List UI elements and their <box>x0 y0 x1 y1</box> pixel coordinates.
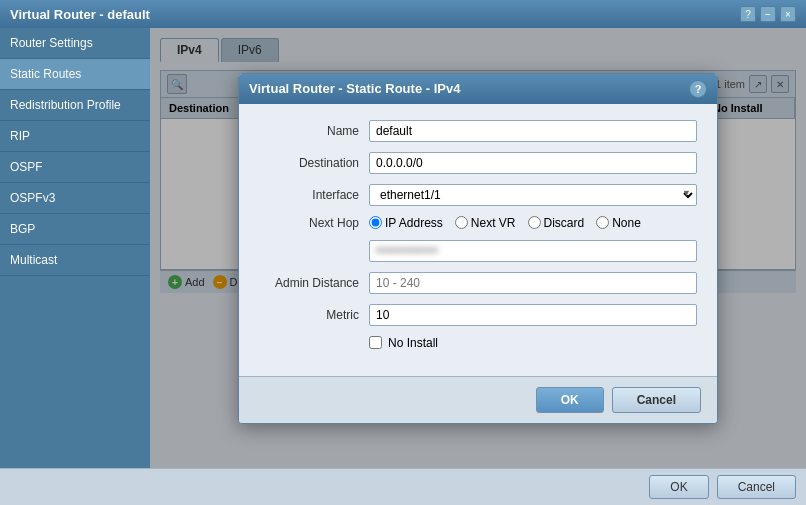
bottom-bar: OK Cancel <box>0 468 806 505</box>
sidebar-item-router-settings[interactable]: Router Settings <box>0 28 150 59</box>
content-area: Router Settings Static Routes Redistribu… <box>0 28 806 468</box>
modal-cancel-button[interactable]: Cancel <box>612 387 701 413</box>
nexthop-none-option[interactable]: None <box>596 216 641 230</box>
nexthop-ip-masked: •••••••••••• <box>376 244 438 258</box>
nexthop-ip-option[interactable]: IP Address <box>369 216 443 230</box>
interface-label: Interface <box>259 188 369 202</box>
nexthop-ip-container: •••••••••••• <box>369 240 697 262</box>
no-install-label[interactable]: No Install <box>388 336 438 350</box>
close-button[interactable]: × <box>780 6 796 22</box>
cancel-button[interactable]: Cancel <box>717 475 796 499</box>
sidebar-item-bgp[interactable]: BGP <box>0 214 150 245</box>
sidebar: Router Settings Static Routes Redistribu… <box>0 28 150 468</box>
title-bar-actions: ? − × <box>740 6 796 22</box>
minimize-button[interactable]: − <box>760 6 776 22</box>
metric-input[interactable] <box>369 304 697 326</box>
sidebar-item-multicast[interactable]: Multicast <box>0 245 150 276</box>
destination-input[interactable] <box>369 152 697 174</box>
destination-row: Destination <box>259 152 697 174</box>
main-panel: IPv4 IPv6 🔍 1 item <box>150 28 806 468</box>
sidebar-item-static-routes[interactable]: Static Routes <box>0 59 150 90</box>
no-install-row: No Install <box>369 336 697 350</box>
title-bar: Virtual Router - default ? − × <box>0 0 806 28</box>
metric-label: Metric <box>259 308 369 322</box>
help-button[interactable]: ? <box>740 6 756 22</box>
name-row: Name <box>259 120 697 142</box>
window-title: Virtual Router - default <box>10 7 150 22</box>
modal-footer: OK Cancel <box>239 376 717 423</box>
interface-select[interactable]: ethernet1/1 ethernet1/2 ethernet1/3 <box>369 184 697 206</box>
admin-distance-label: Admin Distance <box>259 276 369 290</box>
ok-button[interactable]: OK <box>649 475 708 499</box>
modal-help-button[interactable]: ? <box>689 80 707 98</box>
sidebar-item-rip[interactable]: RIP <box>0 121 150 152</box>
modal-title: Virtual Router - Static Route - IPv4 <box>249 81 460 96</box>
main-window: Virtual Router - default ? − × Router Se… <box>0 0 806 505</box>
sidebar-item-ospfv3[interactable]: OSPFv3 <box>0 183 150 214</box>
admin-distance-input[interactable] <box>369 272 697 294</box>
nexthop-ip-row: •••••••••••• <box>259 240 697 262</box>
admin-distance-row: Admin Distance <box>259 272 697 294</box>
sidebar-item-redistribution-profile[interactable]: Redistribution Profile <box>0 90 150 121</box>
nexthop-nextvr-option[interactable]: Next VR <box>455 216 516 230</box>
no-install-checkbox[interactable] <box>369 336 382 349</box>
modal-dialog: Virtual Router - Static Route - IPv4 ? N… <box>238 73 718 424</box>
nexthop-label: Next Hop <box>259 216 369 230</box>
modal-title-bar: Virtual Router - Static Route - IPv4 ? <box>239 74 717 104</box>
nexthop-radio-group: IP Address Next VR Discard <box>369 216 697 230</box>
sidebar-item-ospf[interactable]: OSPF <box>0 152 150 183</box>
nexthop-row: Next Hop IP Address Next VR <box>259 216 697 230</box>
modal-ok-button[interactable]: OK <box>536 387 604 413</box>
interface-select-wrapper: ethernet1/1 ethernet1/2 ethernet1/3 <box>369 184 697 206</box>
nexthop-discard-option[interactable]: Discard <box>528 216 585 230</box>
interface-row: Interface ethernet1/1 ethernet1/2 ethern… <box>259 184 697 206</box>
name-input[interactable] <box>369 120 697 142</box>
name-label: Name <box>259 124 369 138</box>
metric-row: Metric <box>259 304 697 326</box>
modal-body: Name Destination Interface <box>239 104 717 376</box>
modal-overlay: Virtual Router - Static Route - IPv4 ? N… <box>150 28 806 468</box>
destination-label: Destination <box>259 156 369 170</box>
